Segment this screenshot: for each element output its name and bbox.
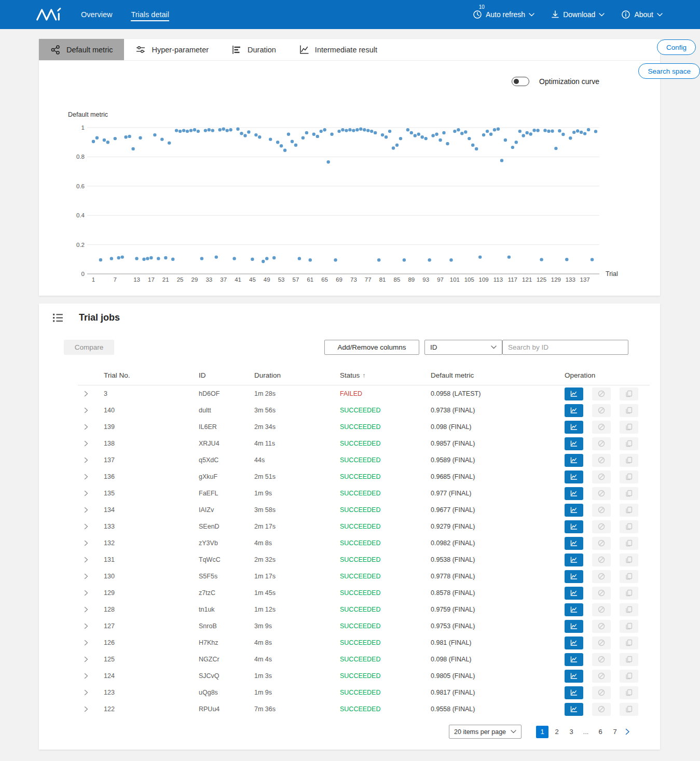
expand-row-button[interactable]	[78, 440, 104, 447]
kill-job-button[interactable]	[592, 670, 611, 683]
filter-type-dropdown[interactable]: ID	[424, 340, 502, 355]
intermediate-result-button[interactable]	[565, 653, 583, 666]
tab-default-metric[interactable]: Default metric	[39, 39, 124, 60]
intermediate-result-button[interactable]	[565, 587, 583, 600]
copy-parameter-button[interactable]	[620, 686, 638, 699]
expand-row-button[interactable]	[78, 507, 104, 513]
intermediate-result-button[interactable]	[565, 686, 583, 699]
kill-job-button[interactable]	[592, 504, 611, 517]
column-header-default-metric[interactable]: Default metric	[431, 371, 562, 379]
intermediate-result-button[interactable]	[565, 421, 583, 434]
expand-row-button[interactable]	[78, 523, 104, 530]
page-button-7[interactable]: 7	[609, 726, 621, 738]
copy-parameter-button[interactable]	[620, 620, 638, 633]
copy-parameter-button[interactable]	[620, 421, 638, 434]
expand-row-button[interactable]	[78, 606, 104, 613]
copy-parameter-button[interactable]	[620, 520, 638, 533]
intermediate-result-button[interactable]	[565, 437, 583, 450]
tab-duration[interactable]: Duration	[220, 39, 287, 60]
column-header-trial-no[interactable]: Trial No.	[104, 371, 199, 379]
expand-row-button[interactable]	[78, 540, 104, 546]
kill-job-button[interactable]	[592, 388, 611, 400]
expand-row-button[interactable]	[78, 490, 104, 496]
intermediate-result-button[interactable]	[565, 620, 583, 633]
expand-row-button[interactable]	[78, 656, 104, 662]
copy-parameter-button[interactable]	[620, 587, 638, 600]
copy-parameter-button[interactable]	[620, 471, 638, 483]
kill-job-button[interactable]	[592, 587, 611, 600]
intermediate-result-button[interactable]	[565, 388, 583, 400]
page-button-6[interactable]: 6	[594, 726, 607, 738]
copy-parameter-button[interactable]	[620, 570, 638, 583]
expand-row-button[interactable]	[78, 673, 104, 679]
copy-parameter-button[interactable]	[620, 487, 638, 500]
copy-parameter-button[interactable]	[620, 653, 638, 666]
optimization-curve-toggle[interactable]	[512, 77, 529, 86]
intermediate-result-button[interactable]	[565, 520, 583, 533]
download-control[interactable]: Download	[551, 10, 605, 19]
kill-job-button[interactable]	[592, 421, 611, 434]
intermediate-result-button[interactable]	[565, 637, 583, 649]
expand-row-button[interactable]	[78, 590, 104, 596]
intermediate-result-button[interactable]	[565, 487, 583, 500]
kill-job-button[interactable]	[592, 570, 611, 583]
compare-button[interactable]: Compare	[64, 340, 114, 355]
page-button-3[interactable]: 3	[565, 726, 578, 738]
add-remove-columns-button[interactable]: Add/Remove columns	[324, 340, 419, 355]
page-size-dropdown[interactable]: 20 items per page	[449, 725, 521, 739]
page-button-1[interactable]: 1	[536, 726, 548, 738]
kill-job-button[interactable]	[592, 487, 611, 500]
copy-parameter-button[interactable]	[620, 554, 638, 566]
expand-row-button[interactable]	[78, 391, 104, 397]
intermediate-result-button[interactable]	[565, 404, 583, 417]
kill-job-button[interactable]	[592, 554, 611, 566]
kill-job-button[interactable]	[592, 437, 611, 450]
kill-job-button[interactable]	[592, 620, 611, 633]
intermediate-result-button[interactable]	[565, 603, 583, 616]
copy-parameter-button[interactable]	[620, 504, 638, 517]
tab-intermediate-result[interactable]: Intermediate result	[287, 39, 389, 60]
kill-job-button[interactable]	[592, 520, 611, 533]
copy-parameter-button[interactable]	[620, 637, 638, 649]
column-header-id[interactable]: ID	[199, 371, 254, 379]
column-header-duration[interactable]: Duration	[254, 371, 340, 379]
kill-job-button[interactable]	[592, 471, 611, 483]
copy-parameter-button[interactable]	[620, 454, 638, 467]
intermediate-result-button[interactable]	[565, 504, 583, 517]
expand-row-button[interactable]	[78, 640, 104, 646]
intermediate-result-button[interactable]	[565, 703, 583, 716]
kill-job-button[interactable]	[592, 454, 611, 467]
intermediate-result-button[interactable]	[565, 670, 583, 683]
intermediate-result-button[interactable]	[565, 471, 583, 483]
about-control[interactable]: About	[621, 10, 663, 19]
nav-item-trials-detail[interactable]: Trials detail	[131, 8, 169, 21]
copy-parameter-button[interactable]	[620, 388, 638, 400]
expand-row-button[interactable]	[78, 689, 104, 696]
intermediate-result-button[interactable]	[565, 537, 583, 550]
expand-row-button[interactable]	[78, 457, 104, 463]
copy-parameter-button[interactable]	[620, 670, 638, 683]
expand-row-button[interactable]	[78, 623, 104, 629]
copy-parameter-button[interactable]	[620, 404, 638, 417]
expand-row-button[interactable]	[78, 424, 104, 430]
column-header-status[interactable]: Status ↑	[340, 371, 431, 379]
tab-hyper-parameter[interactable]: Hyper-parameter	[124, 39, 220, 60]
kill-job-button[interactable]	[592, 703, 611, 716]
kill-job-button[interactable]	[592, 653, 611, 666]
nav-item-overview[interactable]: Overview	[81, 8, 112, 21]
copy-parameter-button[interactable]	[620, 437, 638, 450]
kill-job-button[interactable]	[592, 537, 611, 550]
kill-job-button[interactable]	[592, 637, 611, 649]
copy-parameter-button[interactable]	[620, 603, 638, 616]
expand-row-button[interactable]	[78, 557, 104, 563]
search-input[interactable]	[502, 340, 628, 355]
expand-row-button[interactable]	[78, 706, 104, 712]
page-button-2[interactable]: 2	[551, 726, 563, 738]
auto-refresh-control[interactable]: 10 Auto refresh	[473, 10, 534, 19]
intermediate-result-button[interactable]	[565, 454, 583, 467]
next-page-button[interactable]	[625, 728, 630, 735]
copy-parameter-button[interactable]	[620, 703, 638, 716]
config-button[interactable]: Config	[657, 39, 696, 55]
kill-job-button[interactable]	[592, 686, 611, 699]
expand-row-button[interactable]	[78, 407, 104, 413]
